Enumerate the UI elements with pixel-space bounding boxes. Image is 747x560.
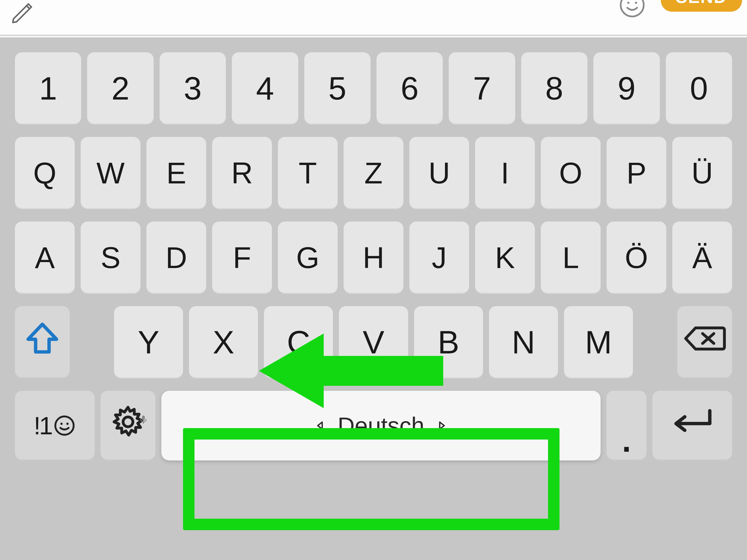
key-2[interactable]: 2 (87, 52, 153, 125)
key-c[interactable]: C (264, 306, 333, 378)
qwertz-row: Q W E R T Z U I O P Ü (0, 137, 747, 209)
key-b[interactable]: B (414, 306, 483, 378)
svg-point-0 (620, 0, 643, 17)
emoji-icon[interactable] (619, 0, 646, 19)
mic-icon (138, 395, 149, 432)
key-u[interactable]: U (409, 137, 469, 209)
key-x[interactable]: X (189, 306, 258, 378)
send-button[interactable]: SEND (661, 0, 742, 12)
smiley-icon (53, 414, 76, 437)
key-z[interactable]: Z (344, 137, 403, 209)
key-d[interactable]: D (147, 221, 206, 294)
svg-point-1 (627, 1, 629, 4)
asdf-row: A S D F G H J K L Ö Ä (0, 221, 747, 294)
period-key[interactable]: . (607, 391, 646, 460)
key-o-umlaut[interactable]: Ö (607, 221, 666, 294)
key-a[interactable]: A (15, 221, 75, 294)
key-s[interactable]: S (81, 221, 140, 294)
key-j[interactable]: J (409, 221, 469, 294)
enter-icon (669, 406, 716, 446)
svg-marker-7 (318, 422, 322, 429)
backspace-key[interactable] (677, 306, 732, 378)
key-4[interactable]: 4 (232, 52, 298, 125)
chevron-left-icon (315, 421, 325, 431)
key-k[interactable]: K (475, 221, 535, 294)
key-t[interactable]: T (278, 137, 338, 209)
key-m[interactable]: M (564, 306, 633, 378)
enter-key[interactable] (652, 391, 732, 460)
svg-point-3 (55, 417, 74, 435)
key-u-umlaut[interactable]: Ü (672, 137, 732, 209)
key-0[interactable]: 0 (666, 52, 732, 125)
key-a-umlaut[interactable]: Ä (672, 221, 732, 294)
space-key[interactable]: Deutsch (161, 391, 600, 460)
keyboard: 1 2 3 4 5 6 7 8 9 0 Q W E R T Z U I O P … (0, 37, 747, 560)
compose-icon[interactable] (7, 0, 37, 20)
key-l[interactable]: L (541, 221, 600, 294)
shift-key[interactable] (15, 306, 70, 378)
period-label: . (622, 422, 631, 459)
key-9[interactable]: 9 (593, 52, 660, 125)
key-r[interactable]: R (212, 137, 272, 209)
settings-key[interactable] (101, 391, 155, 460)
key-q[interactable]: Q (15, 137, 75, 209)
svg-point-4 (60, 423, 62, 425)
chevron-right-icon (437, 421, 447, 431)
svg-point-6 (123, 417, 133, 427)
symbols-key-label: !1 (34, 411, 76, 440)
key-w[interactable]: W (81, 137, 140, 209)
key-p[interactable]: P (607, 137, 666, 209)
number-row: 1 2 3 4 5 6 7 8 9 0 (0, 52, 747, 125)
key-v[interactable]: V (339, 306, 408, 378)
backspace-icon (684, 324, 726, 361)
key-y[interactable]: Y (114, 306, 183, 378)
key-5[interactable]: 5 (304, 52, 370, 125)
bottom-row: !1 (0, 391, 747, 460)
send-button-label: SEND (676, 0, 727, 7)
shift-icon (24, 320, 61, 365)
key-3[interactable]: 3 (160, 52, 226, 125)
key-7[interactable]: 7 (449, 52, 515, 125)
symbols-key[interactable]: !1 (15, 391, 95, 460)
message-input-bar: SEND (0, 0, 747, 36)
screen: SEND 1 2 3 4 5 6 7 8 9 0 Q W E R T Z U I… (0, 0, 747, 560)
svg-point-5 (66, 423, 69, 425)
shift-row: Y X C V B N M (0, 306, 747, 378)
key-8[interactable]: 8 (521, 52, 587, 125)
svg-marker-8 (440, 422, 444, 429)
key-e[interactable]: E (147, 137, 206, 209)
key-1[interactable]: 1 (15, 52, 81, 125)
key-i[interactable]: I (475, 137, 535, 209)
key-f[interactable]: F (212, 221, 272, 294)
key-n[interactable]: N (489, 306, 558, 378)
key-h[interactable]: H (344, 221, 403, 294)
svg-point-2 (635, 1, 637, 4)
key-g[interactable]: G (278, 221, 338, 294)
key-o[interactable]: O (541, 137, 600, 209)
key-6[interactable]: 6 (377, 52, 443, 125)
space-language-label: Deutsch (338, 412, 424, 439)
